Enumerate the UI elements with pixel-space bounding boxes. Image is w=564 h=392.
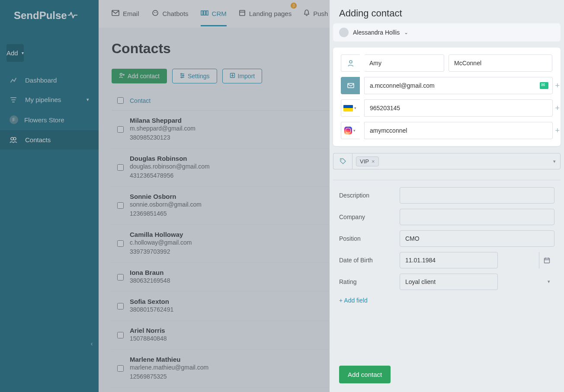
meta-fields: Description Company Position Date of Bir…	[330, 187, 564, 295]
description-label: Description	[339, 192, 400, 199]
tag-pill: VIP ×	[356, 156, 379, 166]
tags-input[interactable]: VIP × ▾	[352, 153, 561, 169]
svg-point-17	[341, 159, 342, 160]
chevron-down-icon: ▾	[548, 279, 550, 284]
add-field-link[interactable]: + Add field	[330, 295, 564, 304]
panel-title: Adding contact	[330, 0, 564, 23]
add-social-button[interactable]: +	[555, 126, 560, 135]
add-contact-panel: Adding contact Alessandra Hollis ⌄ +	[330, 0, 564, 392]
tags-row: VIP × ▾	[333, 153, 561, 169]
tag-icon	[333, 153, 352, 169]
chevron-down-icon: ▾	[553, 159, 556, 164]
company-input[interactable]	[400, 209, 554, 225]
owner-name: Alessandra Hollis	[353, 29, 400, 36]
svg-rect-16	[348, 83, 354, 88]
position-input[interactable]	[400, 230, 554, 247]
phone-input[interactable]	[364, 99, 553, 117]
first-name-input[interactable]	[364, 54, 444, 72]
ukraine-flag-icon	[343, 105, 353, 112]
add-email-button[interactable]: +	[555, 81, 560, 90]
svg-rect-18	[545, 258, 550, 263]
last-name-input[interactable]	[449, 54, 552, 72]
submit-add-contact-button[interactable]: Add contact	[339, 366, 391, 383]
rating-select[interactable]	[400, 274, 498, 290]
email-input[interactable]	[364, 77, 553, 94]
remove-tag-icon[interactable]: ×	[372, 158, 375, 165]
phone-country-selector[interactable]	[341, 99, 360, 117]
divider	[333, 180, 561, 180]
social-selector[interactable]	[341, 122, 360, 139]
panel-footer: Add contact	[330, 357, 564, 392]
description-input[interactable]	[400, 187, 554, 204]
email-verified-icon	[540, 82, 548, 89]
svg-point-15	[349, 61, 352, 63]
instagram-icon	[344, 127, 352, 134]
avatar	[339, 28, 349, 37]
social-input[interactable]	[364, 122, 553, 139]
person-icon	[341, 54, 360, 72]
chevron-down-icon: ⌄	[404, 29, 408, 35]
contact-card: + + +	[333, 48, 561, 146]
rating-label: Rating	[339, 278, 400, 285]
tag-pill-label: VIP	[360, 158, 369, 165]
email-icon	[341, 77, 360, 94]
company-label: Company	[339, 214, 400, 220]
dob-label: Date of Birth	[339, 257, 400, 264]
add-phone-button[interactable]: +	[555, 104, 560, 113]
position-label: Position	[339, 235, 400, 242]
owner-selector[interactable]: Alessandra Hollis ⌄	[333, 23, 561, 41]
dob-input[interactable]	[400, 252, 498, 268]
calendar-icon[interactable]	[539, 252, 554, 268]
